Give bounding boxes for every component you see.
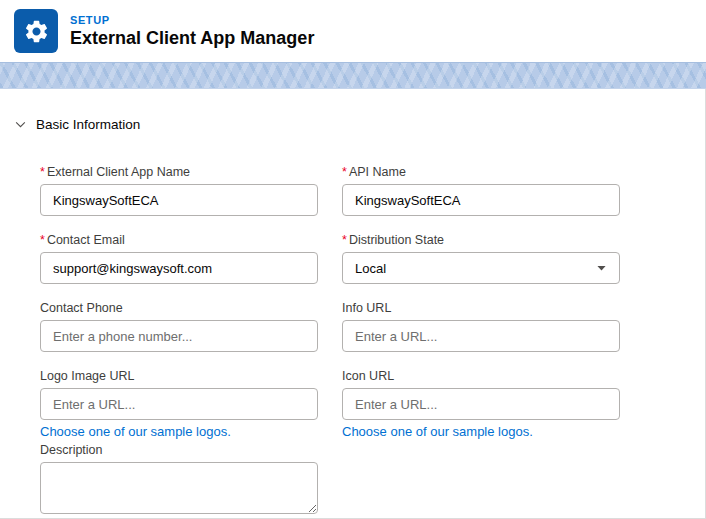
field-icon-url: Icon URL Choose one of our sample logos. — [342, 368, 620, 440]
external-client-app-name-label: *External Client App Name — [40, 164, 318, 180]
label-text: Logo Image URL — [40, 369, 135, 383]
icon-url-input[interactable] — [342, 388, 620, 420]
field-external-client-app-name: *External Client App Name — [40, 164, 318, 216]
label-text: API Name — [349, 165, 406, 179]
basic-information-form: *External Client App Name *API Name *Con… — [0, 164, 705, 440]
logo-image-url-label: Logo Image URL — [40, 368, 318, 384]
icon-url-label: Icon URL — [342, 368, 620, 384]
label-text: Contact Phone — [40, 301, 123, 315]
label-text: Description — [40, 443, 103, 457]
label-text: Icon URL — [342, 369, 394, 383]
page-title: External Client App Manager — [70, 28, 314, 49]
logo-sample-logos-link[interactable]: Choose one of our sample logos. — [40, 423, 231, 440]
field-logo-image-url: Logo Image URL Choose one of our sample … — [40, 368, 318, 440]
setup-eyebrow: SETUP — [70, 14, 314, 26]
contact-phone-label: Contact Phone — [40, 300, 318, 316]
chevron-down-icon — [595, 262, 608, 275]
setup-gear-icon — [14, 9, 58, 53]
header-text: SETUP External Client App Manager — [70, 14, 314, 49]
field-contact-email: *Contact Email — [40, 232, 318, 284]
section-basic-information[interactable]: Basic Information — [0, 89, 705, 132]
description-label: Description — [40, 442, 318, 458]
info-url-input[interactable] — [342, 320, 620, 352]
field-distribution-state: *Distribution State Local — [342, 232, 620, 284]
required-asterisk: * — [342, 165, 347, 179]
contact-email-label: *Contact Email — [40, 232, 318, 248]
field-api-name: *API Name — [342, 164, 620, 216]
label-text: Info URL — [342, 301, 391, 315]
setup-header: SETUP External Client App Manager — [0, 0, 706, 62]
content-card: Basic Information *External Client App N… — [0, 89, 706, 519]
field-contact-phone: Contact Phone — [40, 300, 318, 352]
label-text: Distribution State — [349, 233, 444, 247]
distribution-state-select[interactable]: Local — [342, 252, 620, 284]
required-asterisk: * — [40, 233, 45, 247]
distribution-state-label: *Distribution State — [342, 232, 620, 248]
required-asterisk: * — [342, 233, 347, 247]
api-name-label: *API Name — [342, 164, 620, 180]
logo-image-url-input[interactable] — [40, 388, 318, 420]
field-info-url: Info URL — [342, 300, 620, 352]
icon-sample-logos-link[interactable]: Choose one of our sample logos. — [342, 423, 533, 440]
field-description: Description — [0, 442, 318, 518]
description-textarea[interactable] — [40, 462, 318, 514]
label-text: External Client App Name — [47, 165, 190, 179]
label-text: Contact Email — [47, 233, 125, 247]
header-decorative-band — [0, 62, 706, 89]
api-name-input[interactable] — [342, 184, 620, 216]
section-title: Basic Information — [36, 117, 140, 132]
contact-email-input[interactable] — [40, 252, 318, 284]
info-url-label: Info URL — [342, 300, 620, 316]
chevron-down-icon — [14, 118, 27, 131]
required-asterisk: * — [40, 165, 45, 179]
external-client-app-name-input[interactable] — [40, 184, 318, 216]
contact-phone-input[interactable] — [40, 320, 318, 352]
distribution-state-value: Local — [355, 261, 386, 276]
